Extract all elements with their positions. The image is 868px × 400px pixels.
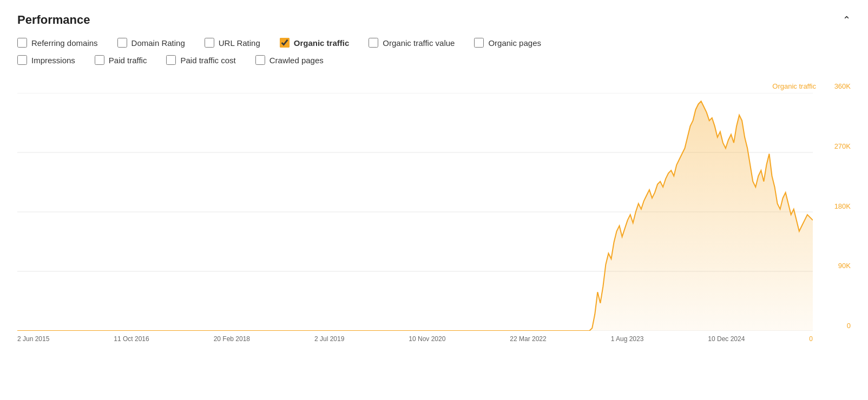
y-label-0: 0	[847, 322, 851, 331]
checkbox-domain-rating[interactable]	[117, 38, 127, 48]
chart-legend-organic-traffic: Organic traffic	[772, 82, 816, 90]
filter-organic-pages[interactable]: Organic pages	[474, 38, 541, 48]
y-label-270K: 270K	[834, 142, 851, 151]
performance-chart: Organic traffic 360K270K180K90K0	[17, 82, 851, 347]
chart-svg	[17, 93, 813, 331]
filter-row-1: Referring domainsDomain RatingURL Rating…	[17, 38, 851, 48]
x-label-2-Jun-2015: 2 Jun 2015	[17, 335, 49, 343]
checkbox-impressions[interactable]	[17, 55, 27, 65]
x-label-1-Aug-2023: 1 Aug 2023	[611, 335, 644, 343]
filter-label-paid-traffic: Paid traffic	[109, 56, 147, 65]
filter-label-organic-traffic-value: Organic traffic value	[383, 38, 455, 48]
filter-paid-traffic[interactable]: Paid traffic	[95, 55, 147, 65]
filter-paid-traffic-cost[interactable]: Paid traffic cost	[166, 55, 235, 65]
checkbox-crawled-pages[interactable]	[255, 55, 265, 65]
x-label-2-Jul-2019: 2 Jul 2019	[314, 335, 344, 343]
filter-label-url-rating: URL Rating	[219, 38, 260, 48]
filter-label-paid-traffic-cost: Paid traffic cost	[180, 56, 235, 65]
x-label-11-Oct-2016: 11 Oct 2016	[114, 335, 149, 343]
checkbox-paid-traffic[interactable]	[95, 55, 104, 65]
filter-referring-domains[interactable]: Referring domains	[17, 38, 98, 48]
checkbox-url-rating[interactable]	[205, 38, 214, 48]
x-label-0: 0	[809, 335, 813, 343]
y-axis: 360K270K180K90K0	[818, 82, 851, 331]
filter-group: Referring domainsDomain RatingURL Rating…	[17, 38, 851, 69]
filter-label-organic-pages: Organic pages	[488, 38, 541, 48]
checkbox-paid-traffic-cost[interactable]	[166, 55, 176, 65]
filter-label-domain-rating: Domain Rating	[131, 38, 185, 48]
filter-crawled-pages[interactable]: Crawled pages	[255, 55, 324, 65]
y-label-180K: 180K	[834, 202, 851, 211]
filter-label-referring-domains: Referring domains	[31, 38, 98, 48]
x-label-20-Feb-2018: 20 Feb 2018	[214, 335, 250, 343]
filter-organic-traffic-value[interactable]: Organic traffic value	[369, 38, 455, 48]
checkbox-organic-pages[interactable]	[474, 38, 484, 48]
filter-label-impressions: Impressions	[31, 56, 75, 65]
filter-url-rating[interactable]: URL Rating	[205, 38, 260, 48]
x-label-10-Dec-2024: 10 Dec 2024	[708, 335, 745, 343]
filter-organic-traffic[interactable]: Organic traffic	[280, 38, 350, 48]
filter-impressions[interactable]: Impressions	[17, 55, 75, 65]
y-label-90K: 90K	[838, 262, 851, 271]
x-label-22-Mar-2022: 22 Mar 2022	[510, 335, 546, 343]
y-label-360K: 360K	[834, 82, 851, 91]
page-title: Performance	[17, 13, 90, 27]
checkbox-organic-traffic[interactable]	[280, 38, 290, 48]
x-axis: 2 Jun 201511 Oct 201620 Feb 20182 Jul 20…	[17, 331, 813, 347]
checkbox-organic-traffic-value[interactable]	[369, 38, 378, 48]
x-label-10-Nov-2020: 10 Nov 2020	[409, 335, 445, 343]
filter-label-organic-traffic: Organic traffic	[294, 38, 350, 48]
collapse-button[interactable]: ⌃	[843, 14, 851, 26]
checkbox-referring-domains[interactable]	[17, 38, 27, 48]
chart-area	[17, 93, 813, 331]
svg-marker-5	[17, 101, 813, 331]
filter-row-2: ImpressionsPaid trafficPaid traffic cost…	[17, 55, 851, 65]
filter-domain-rating[interactable]: Domain Rating	[117, 38, 185, 48]
filter-label-crawled-pages: Crawled pages	[269, 56, 324, 65]
